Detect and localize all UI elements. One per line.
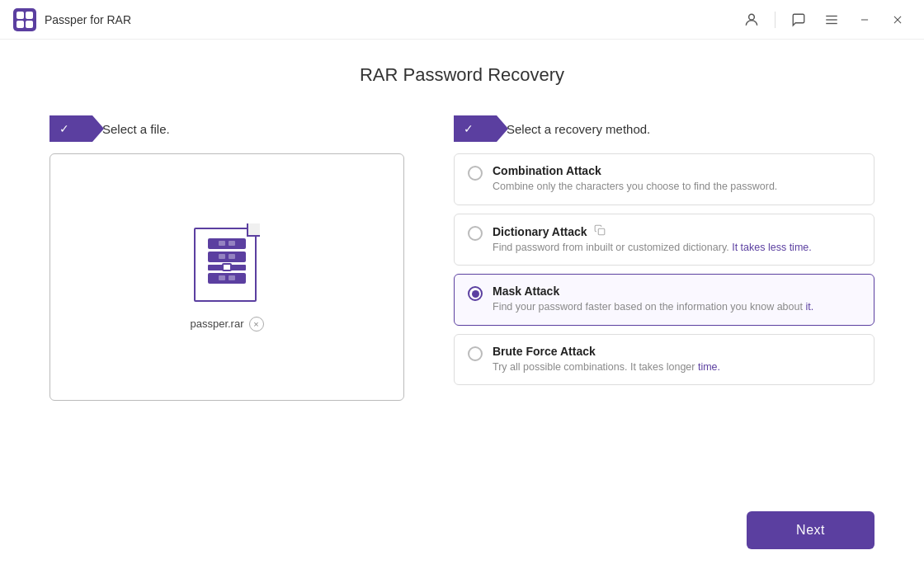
separator [775, 12, 776, 28]
method-combination-desc: Combine only the characters you choose t… [493, 180, 860, 195]
method-brute[interactable]: Brute Force Attack Try all possible comb… [454, 334, 874, 386]
main-content: RAR Password Recovery ✓ Select a file. [0, 40, 924, 569]
svg-rect-0 [13, 8, 36, 31]
svg-rect-12 [598, 228, 605, 235]
menu-icon[interactable] [818, 7, 845, 33]
svg-rect-2 [26, 12, 33, 19]
step1-header: ✓ Select a file. [50, 115, 404, 142]
close-icon[interactable] [884, 7, 911, 33]
rar-file-icon [194, 223, 260, 302]
method-dictionary-title: Dictionary Attack [493, 224, 860, 238]
file-icon-wrapper [194, 223, 260, 302]
next-button[interactable]: Next [747, 511, 874, 549]
method-brute-text: Brute Force Attack Try all possible comb… [493, 345, 860, 375]
file-drop-area[interactable]: passper.rar × [50, 153, 404, 401]
app-logo [13, 8, 36, 31]
content-row: ✓ Select a file. [50, 115, 874, 401]
method-mask-desc: Find your password faster based on the i… [493, 300, 860, 315]
radio-brute[interactable] [468, 346, 483, 361]
radio-combination[interactable] [468, 166, 483, 181]
method-combination-text: Combination Attack Combine only the char… [493, 164, 860, 195]
method-mask[interactable]: Mask Attack Find your password faster ba… [454, 274, 874, 326]
method-dictionary[interactable]: Dictionary Attack Find password from inb… [454, 214, 874, 266]
method-combination[interactable]: Combination Attack Combine only the char… [454, 153, 874, 205]
svg-rect-4 [26, 21, 33, 28]
minimize-icon[interactable] [851, 7, 878, 33]
step1-label: Select a file. [102, 122, 170, 136]
svg-rect-3 [16, 21, 24, 28]
app-title: Passper for RAR [45, 13, 131, 26]
copy-icon [594, 224, 606, 236]
svg-point-5 [749, 14, 755, 20]
method-options: Combination Attack Combine only the char… [454, 153, 874, 385]
step2-label: Select a recovery method. [507, 122, 650, 136]
method-brute-desc: Try all possible combinations. It takes … [493, 360, 860, 375]
file-name: passper.rar × [190, 317, 263, 332]
method-brute-title: Brute Force Attack [493, 345, 860, 358]
method-mask-text: Mask Attack Find your password faster ba… [493, 284, 860, 315]
radio-dictionary[interactable] [468, 226, 483, 241]
titlebar-left: Passper for RAR [13, 8, 131, 31]
remove-file-button[interactable]: × [249, 317, 264, 332]
left-panel: ✓ Select a file. [50, 115, 404, 401]
step2-badge: ✓ [454, 115, 497, 142]
svg-rect-1 [16, 12, 24, 19]
account-icon[interactable] [738, 7, 765, 33]
radio-mask[interactable] [468, 286, 483, 301]
titlebar: Passper for RAR [0, 0, 924, 40]
step1-badge: ✓ [50, 115, 92, 142]
method-mask-title: Mask Attack [493, 284, 860, 298]
method-dictionary-text: Dictionary Attack Find password from inb… [493, 224, 860, 256]
page-title: RAR Password Recovery [50, 64, 874, 86]
method-combination-title: Combination Attack [493, 164, 860, 177]
method-dictionary-desc: Find password from inbuilt or customized… [493, 241, 860, 256]
titlebar-right [738, 7, 911, 33]
step2-check-icon: ✓ [454, 122, 485, 135]
step2-header: ✓ Select a recovery method. [454, 115, 874, 142]
step1-check-icon: ✓ [50, 122, 81, 135]
file-corner-fold [247, 223, 260, 237]
footer: Next [747, 511, 874, 549]
right-panel: ✓ Select a recovery method. Combination … [454, 115, 874, 385]
comment-icon[interactable] [785, 7, 812, 33]
